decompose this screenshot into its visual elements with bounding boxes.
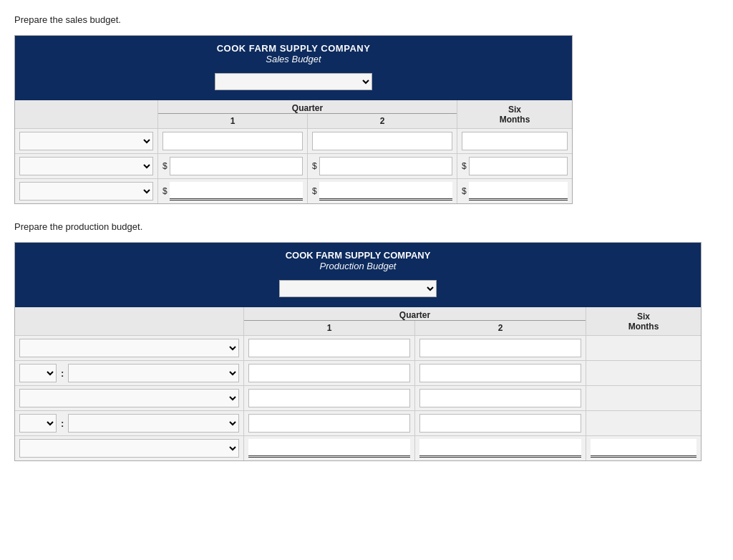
- prod-row-2-left: :: [15, 361, 244, 385]
- sales-row2-six-input[interactable]: [469, 157, 568, 175]
- prod-row3-select[interactable]: [19, 389, 239, 407]
- sales-row1-select[interactable]: [19, 132, 153, 150]
- sales-row-3-left: [15, 179, 158, 203]
- sales-row-2-q1: $: [158, 154, 308, 178]
- prod-company-name: COOK FARM SUPPLY COMPANY: [15, 250, 701, 261]
- production-budget-container: COOK FARM SUPPLY COMPANY Production Budg…: [14, 242, 702, 461]
- sales-data-rows: $ $ $: [15, 129, 572, 203]
- sales-row2-q1-group: $: [162, 157, 303, 175]
- prod-quarter-cols: 1 2: [244, 321, 586, 335]
- sales-instruction: Prepare the sales budget.: [14, 14, 719, 25]
- prod-row-1: [15, 336, 701, 361]
- prod-row-1-q1: [244, 336, 415, 360]
- prod-row1-q2-input[interactable]: [419, 339, 581, 357]
- prod-months-label: Months: [628, 322, 659, 332]
- prod-q2-label: 2: [415, 321, 586, 335]
- sales-row-1-left: [15, 129, 158, 153]
- prod-row4-select-large[interactable]: [68, 414, 239, 433]
- sales-row-3: $ $ $: [15, 179, 572, 203]
- prod-row-5-q1: [244, 436, 415, 460]
- prod-row-2: :: [15, 361, 701, 386]
- sales-period-select[interactable]: [215, 73, 372, 90]
- sales-row3-q2-input[interactable]: [319, 182, 452, 201]
- sales-row3-select[interactable]: [19, 182, 153, 201]
- production-budget-header: COOK FARM SUPPLY COMPANY Production Budg…: [15, 243, 701, 307]
- prod-row-2-q1: [244, 361, 415, 385]
- prod-row-4-left: :: [15, 411, 244, 435]
- sales-row1-q1-input[interactable]: [162, 132, 303, 150]
- sales-q2-label: 2: [308, 114, 457, 128]
- prod-row2-q2-input[interactable]: [419, 364, 581, 382]
- prod-row2-select-large[interactable]: [68, 364, 239, 382]
- prod-row-5-q2: [415, 436, 586, 460]
- prod-row-5-left: [15, 436, 244, 460]
- prod-row-2-six: [586, 370, 701, 376]
- sales-quarter-label: Quarter: [158, 100, 457, 114]
- prod-row-3: [15, 386, 701, 411]
- sales-row2-q2-input[interactable]: [319, 157, 452, 175]
- sales-row3-six-group: $: [462, 182, 568, 201]
- sales-row2-q2-group: $: [312, 157, 452, 175]
- prod-period-select[interactable]: [279, 280, 437, 297]
- prod-row5-six-input[interactable]: [591, 439, 696, 458]
- prod-row4-q2-input[interactable]: [419, 414, 581, 433]
- sales-row1-six-input[interactable]: [462, 132, 568, 150]
- prod-quarter-label: Quarter: [244, 307, 586, 321]
- prod-row-1-q2: [415, 336, 586, 360]
- sales-months-label: Months: [500, 115, 530, 125]
- sales-quarter-group-header: Quarter 1 2: [158, 100, 457, 128]
- prod-row5-q2-input[interactable]: [419, 439, 581, 458]
- sales-row-3-q1: $: [158, 179, 308, 203]
- sales-row2-q1-input[interactable]: [170, 157, 303, 175]
- sales-row2-q1-dollar: $: [162, 161, 168, 171]
- prod-left-col-header: [15, 307, 244, 335]
- sales-company-name: COOK FARM SUPPLY COMPANY: [15, 43, 572, 54]
- sales-budget-header: COOK FARM SUPPLY COMPANY Sales Budget: [15, 36, 572, 100]
- sales-row2-six-dollar: $: [462, 161, 467, 171]
- sales-col-headers: Quarter 1 2 Six Months: [15, 100, 572, 129]
- prod-row3-q1-input[interactable]: [248, 389, 410, 407]
- production-instruction: Prepare the production budget.: [14, 221, 719, 232]
- sales-row3-six-input[interactable]: [469, 182, 568, 201]
- sales-row2-select[interactable]: [19, 157, 153, 175]
- prod-row-4-six: [586, 420, 701, 426]
- prod-row5-q1-input[interactable]: [248, 439, 410, 458]
- prod-six-label: Six: [637, 312, 650, 322]
- prod-col-headers: Quarter 1 2 Six Months: [15, 307, 701, 336]
- sales-row-1-six: [457, 129, 572, 153]
- sales-row3-q1-input[interactable]: [170, 182, 303, 201]
- prod-q1-label: 1: [244, 321, 415, 335]
- sales-left-col-header: [15, 100, 158, 128]
- sales-row-2: $ $ $: [15, 154, 572, 179]
- prod-row-4: :: [15, 411, 701, 436]
- prod-row1-q1-input[interactable]: [248, 339, 410, 357]
- sales-row-1-q1: [158, 129, 308, 153]
- sales-row1-q2-input[interactable]: [312, 132, 452, 150]
- sales-q1-label: 1: [158, 114, 308, 128]
- sales-row-2-q2: $: [308, 154, 457, 178]
- prod-row-2-q2: [415, 361, 586, 385]
- prod-row1-select[interactable]: [19, 339, 239, 357]
- prod-row2-select-small[interactable]: [19, 364, 57, 382]
- sales-row2-six-group: $: [462, 157, 568, 175]
- prod-row4-colon: :: [61, 418, 64, 429]
- sales-row-2-left: [15, 154, 158, 178]
- prod-row-3-left: [15, 386, 244, 410]
- prod-row-3-six: [586, 395, 701, 401]
- prod-row-3-q1: [244, 386, 415, 410]
- sales-row3-q2-group: $: [312, 182, 452, 201]
- prod-row4-q1-input[interactable]: [248, 414, 410, 433]
- sales-row-3-q2: $: [308, 179, 457, 203]
- prod-row2-colon: :: [61, 368, 64, 379]
- prod-budget-title: Production Budget: [15, 261, 701, 271]
- sales-row3-q1-group: $: [162, 182, 303, 201]
- prod-row3-q2-input[interactable]: [419, 389, 581, 407]
- sales-quarter-cols: 1 2: [158, 114, 457, 128]
- sales-row-1-q2: [308, 129, 457, 153]
- prod-row2-q1-input[interactable]: [248, 364, 410, 382]
- prod-row-3-q2: [415, 386, 586, 410]
- prod-row4-select-small[interactable]: [19, 414, 57, 433]
- prod-row5-select[interactable]: [19, 439, 239, 458]
- sales-row-1: [15, 129, 572, 154]
- prod-quarter-group-header: Quarter 1 2: [244, 307, 586, 335]
